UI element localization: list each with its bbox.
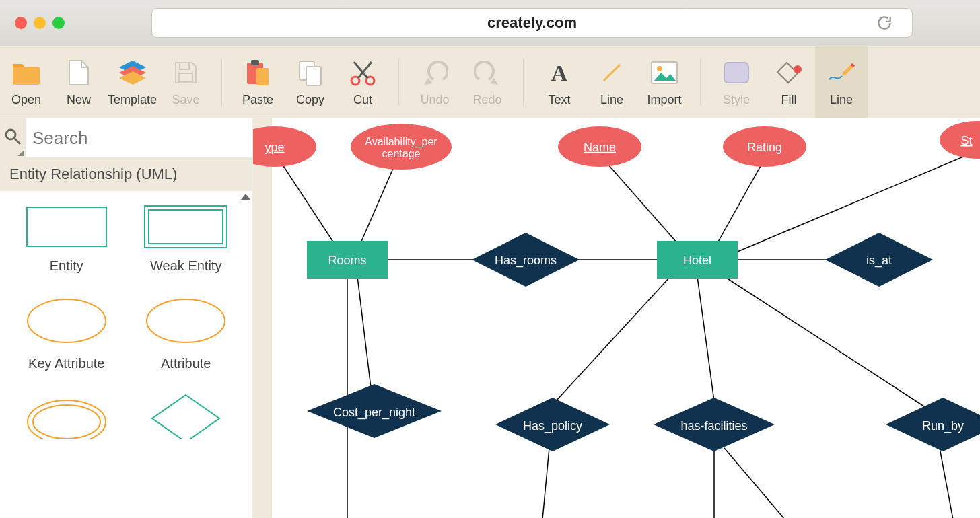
rel-has-policy[interactable]: Has_policy: [495, 398, 610, 451]
key-attribute-shape-icon: [23, 294, 110, 348]
paste-button[interactable]: Paste: [232, 46, 284, 118]
svg-text:Hotel: Hotel: [683, 254, 711, 267]
rel-is-at[interactable]: is_at: [825, 233, 933, 287]
weak-entity-shape-icon: [142, 203, 230, 250]
rel-has-facilities[interactable]: has-facilities: [654, 398, 775, 451]
entity-shape-icon: [23, 203, 110, 250]
svg-text:Availability_per: Availability_per: [365, 136, 438, 148]
palette-weak-entity[interactable]: Weak Entity: [127, 203, 246, 274]
window-maximize-button[interactable]: [53, 17, 65, 29]
fill-button[interactable]: Fill: [763, 46, 815, 118]
line-style-button[interactable]: Line: [815, 46, 868, 118]
palette-attribute[interactable]: Attribute: [127, 294, 246, 371]
redo-button[interactable]: Redo: [461, 46, 514, 118]
fill-label: Fill: [781, 93, 797, 107]
svg-point-20: [28, 299, 106, 342]
save-icon: [171, 58, 201, 87]
svg-line-10: [604, 65, 620, 81]
new-button[interactable]: New: [53, 46, 105, 118]
svg-rect-1: [179, 73, 193, 81]
shape-category-header[interactable]: Entity Relationship (UML): [0, 157, 252, 191]
diagram-canvas[interactable]: ype Availability_per centage Name Rating…: [253, 118, 980, 518]
folder-icon: [11, 58, 41, 87]
svg-line-40: [940, 448, 953, 518]
svg-rect-19: [149, 210, 223, 244]
svg-text:centage: centage: [382, 148, 421, 159]
cut-button[interactable]: Cut: [337, 46, 389, 118]
palette-label: Key Attribute: [28, 356, 104, 371]
redo-label: Redo: [473, 93, 502, 107]
svg-rect-13: [724, 63, 748, 83]
svg-text:Rooms: Rooms: [328, 254, 366, 267]
svg-text:Rating: Rating: [747, 141, 782, 154]
entity-hotel[interactable]: Hotel: [657, 241, 738, 279]
svg-text:Name: Name: [584, 141, 616, 154]
palette-label: Weak Entity: [150, 258, 221, 274]
attr-st[interactable]: St: [940, 121, 980, 159]
svg-point-15: [6, 130, 15, 139]
svg-point-22: [28, 400, 106, 439]
line-tool-label: Line: [600, 93, 623, 107]
style-swatch-icon: [722, 58, 751, 87]
palette-label: Entity: [50, 258, 83, 274]
template-button[interactable]: Template: [105, 46, 160, 118]
bucket-icon: [774, 58, 804, 87]
attr-availability[interactable]: Availability_per centage: [351, 124, 452, 170]
copy-label: Copy: [296, 93, 324, 107]
attr-name[interactable]: Name: [558, 126, 641, 167]
svg-rect-0: [180, 63, 189, 69]
attr-rating[interactable]: Rating: [723, 126, 806, 167]
svg-line-24: [279, 159, 334, 243]
palette-relationship[interactable]: [127, 392, 246, 439]
svg-text:ype: ype: [265, 141, 284, 154]
file-icon: [64, 58, 94, 87]
attr-type[interactable]: ype: [253, 126, 316, 167]
search-trigger[interactable]: [0, 118, 26, 157]
svg-point-41: [253, 126, 316, 167]
palette-derived-attribute[interactable]: [7, 392, 127, 439]
svg-line-36: [724, 276, 926, 408]
undo-icon: [420, 58, 450, 87]
palette-entity[interactable]: Entity: [7, 203, 127, 274]
svg-text:Cost_per_night: Cost_per_night: [333, 406, 415, 420]
rel-cost-per-night[interactable]: Cost_per_night: [307, 384, 442, 438]
undo-button[interactable]: Undo: [409, 46, 461, 118]
svg-text:Run_by: Run_by: [922, 419, 964, 433]
window-minimize-button[interactable]: [34, 17, 46, 29]
rel-has-rooms[interactable]: Has_rooms: [472, 233, 580, 287]
style-button[interactable]: Style: [710, 46, 763, 118]
svg-point-12: [657, 66, 662, 71]
open-label: Open: [11, 93, 41, 107]
svg-line-16: [15, 139, 20, 144]
import-button[interactable]: Import: [638, 46, 691, 118]
line-style-label: Line: [830, 93, 853, 107]
open-button[interactable]: Open: [0, 46, 53, 118]
svg-point-21: [147, 299, 225, 342]
cut-label: Cut: [353, 93, 372, 107]
line-icon: [597, 58, 627, 87]
template-label: Template: [108, 93, 157, 107]
entity-rooms[interactable]: Rooms: [307, 241, 388, 279]
text-tool-button[interactable]: A Text: [533, 46, 586, 118]
copy-button[interactable]: Copy: [284, 46, 337, 118]
search-input[interactable]: [26, 127, 252, 149]
browser-chrome: creately.com: [0, 0, 980, 46]
undo-label: Undo: [421, 93, 450, 107]
layers-icon: [118, 58, 147, 87]
window-close-button[interactable]: [15, 17, 27, 29]
palette-label: Attribute: [161, 356, 211, 371]
svg-line-34: [556, 276, 670, 401]
paste-icon: [243, 58, 273, 87]
scroll-up-arrow-icon[interactable]: [240, 194, 251, 200]
app-toolbar: Open New Template Save Paste: [0, 46, 980, 118]
reload-icon[interactable]: [876, 14, 893, 32]
line-tool-button[interactable]: Line: [586, 46, 638, 118]
svg-text:St: St: [960, 134, 972, 147]
palette-key-attribute[interactable]: Key Attribute: [7, 294, 127, 371]
url-text: creately.com: [487, 14, 577, 32]
derived-attribute-shape-icon: [23, 392, 110, 439]
save-button[interactable]: Save: [160, 46, 212, 118]
new-label: New: [67, 93, 91, 107]
url-bar[interactable]: creately.com: [151, 8, 913, 38]
rel-run-by[interactable]: Run_by: [886, 398, 980, 451]
